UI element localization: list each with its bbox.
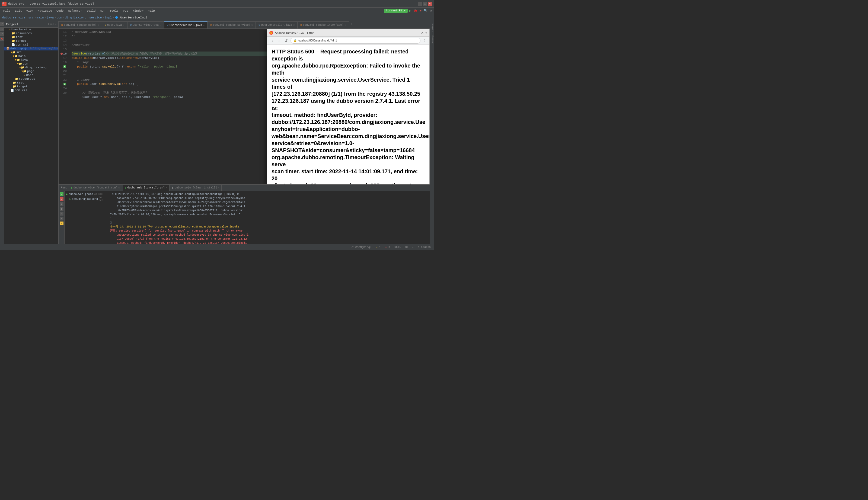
warnings-count[interactable]: ⚠ 1 [375,246,382,249]
git-branch[interactable]: ⎇ CSDN@DingJ [349,246,373,249]
menu-edit[interactable]: Edit [12,9,24,13]
tree-com[interactable]: ▼📁 com [4,62,58,66]
tree-pom-xml[interactable]: 📄 pom.xml [4,43,58,47]
tree-resources2[interactable]: 📁 resources [4,77,58,81]
tab-userservice-java[interactable]: U UserService.java ✕ [127,21,165,29]
browser-new-tab-button[interactable]: + [425,31,427,35]
menu-window[interactable]: Window [131,9,146,13]
navigator-tab[interactable]: Navigator [430,22,434,33]
close-icon[interactable]: ✕ [118,186,120,189]
menu-code[interactable]: Code [54,9,66,13]
menu-file[interactable]: File [1,9,12,13]
errors-count[interactable]: ✕ 3 [384,246,391,249]
bookmarks-button[interactable]: 🔖 [0,37,4,41]
breadcrumb-dubbo-service[interactable]: dubbo-service [2,16,25,19]
run-button[interactable]: ▶ [408,8,412,13]
tree-test[interactable]: 📁 test [4,35,58,39]
database-tab[interactable]: Database [430,34,434,45]
tree-dingjiaxiong[interactable]: ▼📁 dingjiaxiong [4,66,58,69]
project-tool-button[interactable]: P [0,22,4,26]
tree-target[interactable]: 📁 target [4,39,58,43]
tree-userservice[interactable]: ☕ UserService [4,28,58,32]
stop-button[interactable]: ■ [418,9,422,13]
close-icon[interactable]: ✕ [166,186,167,189]
clear-log-button[interactable]: 🗑 [60,207,64,211]
refresh-button[interactable]: ↺ [283,38,289,43]
minimize-button[interactable]: ─ [418,2,422,6]
tab-usercontroller[interactable]: U UserController.java ✕ [256,21,297,29]
tab-userserviceimpl-java[interactable]: U UserServiceImpl.java ✕ [165,21,208,29]
tab-pom-pojo[interactable]: m pom.xml (dubbo-pojo) ✕ [59,21,102,29]
indent-indicator[interactable]: 4 spaces [417,246,432,249]
close-icon[interactable]: ✕ [160,24,161,26]
search-everywhere-button[interactable]: 🔍 [422,9,429,13]
browser-menu-icon[interactable]: ⋮ [422,39,427,42]
structure-button[interactable]: ≡ [0,32,4,36]
gear-icon[interactable]: ⚙ [53,23,54,26]
stop-run-button[interactable]: ■ [60,197,64,201]
tree-main[interactable]: ▼📁 main [4,54,58,58]
more-tabs-button[interactable]: ⋮ [349,23,354,27]
maximize-button[interactable]: □ [423,2,427,6]
menu-help[interactable]: Help [146,9,157,13]
address-bar[interactable]: 🔒 localhost:8000/user/find.do?id=1 [291,38,420,44]
tree-java[interactable]: ▼📁 java [4,58,58,62]
tree-test2[interactable]: 📁 test [4,81,58,84]
close-icon[interactable]: ✕ [345,24,346,26]
tree-user[interactable]: ☕ User [4,73,58,77]
run-tab-dubbo-pojo[interactable]: ▶ dubbo-pojo [clean,install] ✕ [170,185,222,191]
close-button[interactable]: ✕ [428,2,432,6]
breadcrumb-java[interactable]: java [47,16,54,19]
window-controls[interactable]: ─ □ ✕ [418,2,432,6]
menu-navigate[interactable]: Navigate [35,9,54,13]
tree-pom-xml2[interactable]: 📄 pom.xml [4,88,58,92]
close-icon[interactable]: ✕ [203,24,204,27]
sync-icon[interactable]: ↕ [48,23,49,26]
current-file-selector[interactable]: Current File [384,9,408,13]
tree-dubbo-pojo[interactable]: 📦 dubbo-pojo D:\DingJiaxiong\IdeaProject… [4,47,58,50]
tab-user-java[interactable]: U User.java ✕ [102,21,127,29]
breadcrumb-impl[interactable]: impl [105,16,112,19]
run-tree-dubbo-web[interactable]: ▶ dubbo-web [tomc 32 sec [66,192,106,196]
tree-target2[interactable]: 📁 target [4,84,58,88]
run-tab-dubbo-service[interactable]: ▶ dubbo-service [tomcat7:run] ✕ [69,185,122,191]
menu-vcs[interactable]: VCS [121,9,131,13]
breadcrumb-dingjiaxiong[interactable]: dingjiaxiong [65,16,86,19]
breadcrumb-com[interactable]: com [57,16,62,19]
run-again-button[interactable]: ▶ [60,192,64,196]
close-icon[interactable]: ✕ [97,24,99,26]
hide-icon[interactable]: ✕ [55,23,57,26]
run-tree-dingjiaxiong[interactable]: ▷ com.dingjiaxiong 30 sec [66,196,106,202]
filter-button[interactable]: ≡ [60,212,64,216]
debug-button[interactable]: 🐞 [412,9,418,13]
breadcrumb-main[interactable]: main [37,16,44,19]
tree-pojo[interactable]: ▼📁 pojo [4,69,58,73]
encoding-indicator[interactable]: UTF-8 [404,246,415,249]
fold-button[interactable]: ⊟ [60,221,64,225]
forward-button[interactable]: › [277,38,282,43]
breadcrumb-service[interactable]: service [89,16,102,19]
menu-build[interactable]: Build [84,9,98,13]
browser-close-button[interactable]: ✕ [421,31,424,35]
close-icon[interactable]: ✕ [251,24,253,26]
tab-pom-interface[interactable]: m pom.xml (dubbo-interface) ✕ [297,21,349,29]
tree-src[interactable]: ▼📁 src [4,50,58,54]
close-icon[interactable]: ✕ [123,24,124,26]
menu-run[interactable]: Run [98,9,108,13]
close-icon[interactable]: ✕ [293,24,295,26]
menu-tools[interactable]: Tools [108,9,121,13]
favorites-button[interactable]: ★ [0,27,4,31]
settings-icon[interactable]: ⚙ [60,217,64,220]
back-button[interactable]: ‹ [269,38,275,43]
menu-refactor[interactable]: Refactor [66,9,84,13]
settings-button[interactable]: ⚙ [429,9,433,13]
tab-pom-service[interactable]: m pom.xml (dubbo-service) ✕ [207,21,256,29]
tree-resources[interactable]: 📁 resources [4,32,58,35]
menu-view[interactable]: View [24,9,35,13]
close-icon[interactable]: ✕ [218,186,219,189]
breadcrumb-src[interactable]: src [28,16,34,19]
run-tab-dubbo-web[interactable]: ▶ dubbo-web [tomcat7:run] ✕ [123,185,170,191]
scroll-end-button[interactable]: ↓ [60,202,64,206]
line-col-indicator[interactable]: 16:1 [393,246,402,249]
collapse-icon[interactable]: ⊟ [50,23,52,26]
